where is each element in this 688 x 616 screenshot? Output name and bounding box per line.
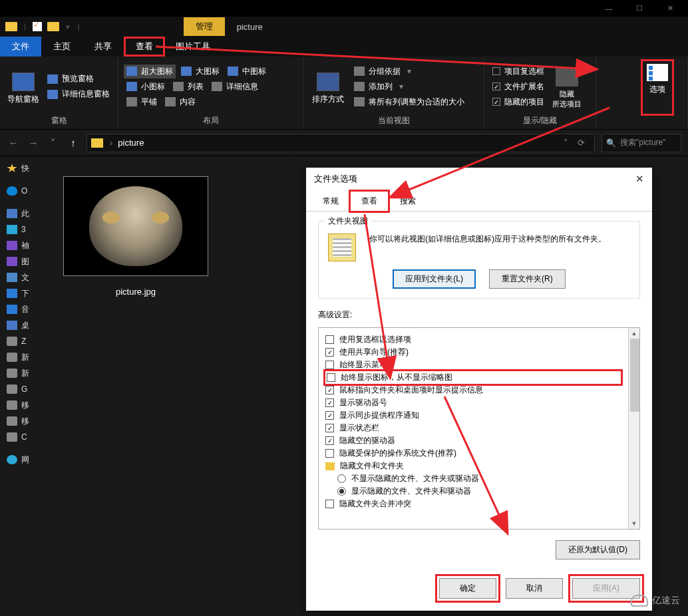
tree-drive[interactable]: 新	[0, 349, 43, 365]
refresh-button[interactable]: ⟳	[572, 138, 590, 148]
tree-3d-objects[interactable]: 3	[0, 222, 43, 237]
apply-to-folders-button[interactable]: 应用到文件夹(L)	[393, 269, 476, 289]
tree-drive[interactable]: G	[0, 381, 43, 397]
opt-merge-conflict[interactable]: 隐藏文件夹合并冲突	[325, 498, 621, 510]
opt-dont-show-hidden[interactable]: 不显示隐藏的文件、文件夹或驱动器	[337, 472, 621, 485]
checkbox-icon	[325, 500, 334, 508]
dlg-tab-search[interactable]: 搜索	[389, 191, 427, 212]
opt-status-bar[interactable]: ✓显示状态栏	[325, 422, 621, 434]
ok-button[interactable]: 确定	[439, 578, 496, 599]
item-checkboxes-toggle[interactable]: 项目复选框	[490, 65, 547, 78]
forward-button[interactable]: →	[27, 137, 40, 148]
opt-sharing-wizard[interactable]: ✓使用共享向导(推荐)	[325, 346, 621, 359]
opt-drive-letters[interactable]: ✓显示驱动器号	[325, 396, 621, 409]
tree-onedrive[interactable]: O	[0, 183, 43, 199]
contextual-tab-manage[interactable]: 管理	[184, 17, 225, 36]
restore-defaults-button[interactable]: 还原为默认值(D)	[556, 540, 640, 559]
tree-drive[interactable]: 新	[0, 365, 43, 381]
cube-icon	[7, 225, 17, 234]
layout-large[interactable]: 大图标	[178, 65, 222, 78]
layout-content[interactable]: 内容	[162, 95, 198, 109]
tree-videos[interactable]: 袖	[0, 237, 43, 253]
tree-downloads[interactable]: 下	[0, 285, 43, 301]
opt-always-show-icons[interactable]: 始终显示图标，从不显示缩略图	[325, 371, 621, 384]
add-columns-button[interactable]: 添加列▾	[351, 80, 467, 94]
layout-tiles[interactable]: 平铺	[124, 95, 160, 109]
opt-hover-tips[interactable]: ✓鼠标指向文件夹和桌面项时显示提示信息	[325, 384, 621, 396]
tab-picture-tools[interactable]: 图片工具	[165, 37, 221, 57]
hide-selected-button[interactable]: 隐藏 所选项目	[551, 59, 583, 114]
nav-pane-label: 导航窗格	[7, 94, 39, 105]
folder-icon	[325, 462, 335, 470]
advanced-settings-label: 高级设置:	[318, 309, 640, 321]
path-dropdown-icon[interactable]: ˅	[560, 138, 572, 148]
tree-quick-access[interactable]: 快	[0, 160, 43, 176]
layout-extra-large[interactable]: 超大图标	[124, 65, 176, 78]
scrollbar[interactable]: ▲ ▼	[628, 328, 639, 529]
scrollbar-thumb[interactable]	[630, 339, 640, 412]
new-folder-icon[interactable]	[47, 22, 59, 31]
opt-hide-protected-os[interactable]: 隐藏受保护的操作系统文件(推荐)	[325, 447, 621, 460]
breadcrumb[interactable]: › picture ˅ ⟳	[86, 134, 595, 152]
dialog-close-button[interactable]: ✕	[635, 173, 644, 185]
opt-sync-notify[interactable]: ✓显示同步提供程序通知	[325, 409, 621, 422]
file-item[interactable]: picture.jpg	[63, 176, 209, 596]
back-button[interactable]: ←	[7, 137, 20, 148]
breadcrumb-segment[interactable]: picture	[118, 138, 144, 148]
opt-use-checkboxes[interactable]: 使用复选框以选择项	[325, 333, 621, 346]
close-window-button[interactable]: ✕	[655, 0, 685, 17]
maximize-button[interactable]: ☐	[624, 0, 655, 17]
opt-always-show-menus[interactable]: 始终显示菜单	[325, 359, 621, 371]
tab-view[interactable]: 查看	[124, 37, 165, 57]
dlg-tab-general[interactable]: 常规	[311, 191, 350, 212]
tab-file[interactable]: 文件	[0, 37, 41, 57]
details-pane-button[interactable]: 详细信息窗格	[45, 87, 112, 101]
tab-share[interactable]: 共享	[83, 37, 124, 57]
tree-drive[interactable]: 移	[0, 413, 43, 429]
navigation-pane-button[interactable]: 导航窗格	[5, 59, 41, 114]
cancel-button[interactable]: 取消	[506, 578, 563, 599]
options-button[interactable]: 选项	[641, 59, 674, 116]
navigation-tree[interactable]: 快 O 此 3 袖 图 文 下 音 桌 Z 新 新 G 移 移 C 网	[0, 156, 43, 616]
tree-this-pc[interactable]: 此	[0, 206, 43, 222]
apply-button[interactable]: 应用(A)	[572, 578, 640, 599]
tree-drive[interactable]: Z	[0, 333, 43, 349]
file-extensions-toggle[interactable]: ✓文件扩展名	[490, 80, 547, 94]
recent-dropdown[interactable]: ˅	[47, 137, 60, 149]
hidden-items-toggle[interactable]: ✓隐藏的项目	[490, 95, 547, 109]
options-icon	[647, 64, 668, 81]
scroll-down-icon[interactable]: ▼	[629, 518, 639, 529]
tree-drive[interactable]: C	[0, 429, 43, 445]
separator: |	[24, 23, 26, 31]
reset-folders-button[interactable]: 重置文件夹(R)	[489, 269, 566, 289]
tree-documents[interactable]: 文	[0, 269, 43, 285]
watermark-text: 亿速云	[652, 595, 680, 607]
opt-show-hidden[interactable]: 显示隐藏的文件、文件夹和驱动器	[337, 485, 621, 498]
up-button[interactable]: ↑	[67, 137, 80, 148]
layout-medium[interactable]: 中图标	[225, 65, 269, 78]
sort-by-button[interactable]: 排序方式	[309, 59, 347, 114]
layout-list[interactable]: 列表	[170, 80, 206, 94]
search-input[interactable]: 🔍 搜索"picture"	[602, 134, 681, 152]
globe-icon	[7, 455, 17, 464]
dlg-tab-view[interactable]: 查看	[350, 191, 389, 212]
opt-hide-empty-drives[interactable]: ✓隐藏空的驱动器	[325, 434, 621, 447]
layout-details[interactable]: 详细信息	[209, 80, 261, 94]
tree-music[interactable]: 音	[0, 301, 43, 317]
scroll-up-icon[interactable]: ▲	[629, 328, 639, 339]
preview-pane-button[interactable]: 预览窗格	[45, 72, 112, 86]
dialog-body: 文件夹视图 你可以将此视图(如详细信息或图标)应用于这种类型的所有文件夹。 应用…	[306, 212, 652, 570]
group-by-button[interactable]: 分组依据▾	[351, 65, 467, 78]
layout-small[interactable]: 小图标	[124, 80, 168, 94]
autosize-columns-button[interactable]: 将所有列调整为合适的大小	[351, 95, 467, 109]
tree-pictures[interactable]: 图	[0, 253, 43, 269]
properties-icon[interactable]	[33, 22, 42, 31]
tab-home[interactable]: 主页	[41, 37, 83, 57]
minimize-button[interactable]: —	[594, 0, 624, 17]
advanced-settings-list[interactable]: 使用复选框以选择项 ✓使用共享向导(推荐) 始终显示菜单 始终显示图标，从不显示…	[319, 328, 627, 529]
tree-network[interactable]: 网	[0, 452, 43, 468]
tree-drive[interactable]: 移	[0, 397, 43, 413]
tree-desktop[interactable]: 桌	[0, 317, 43, 333]
qat-dropdown-icon[interactable]: ▾	[66, 23, 70, 31]
checkbox-checked-icon: ✓	[325, 411, 334, 420]
